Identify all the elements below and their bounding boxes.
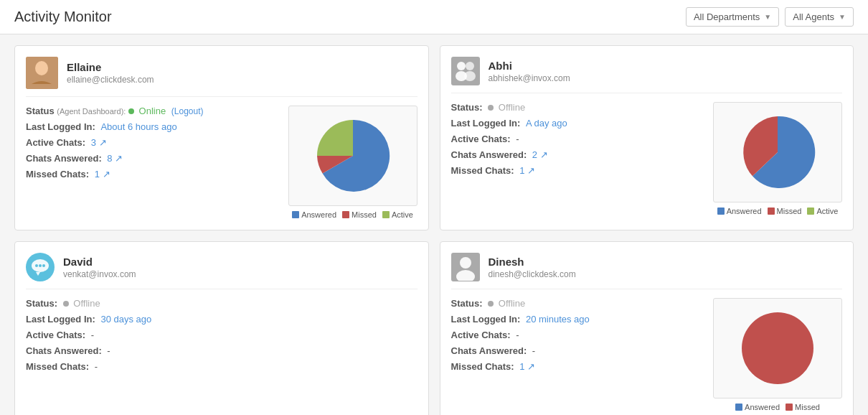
departments-label: All Departments bbox=[694, 11, 760, 22]
last-logged-label-abhi: Last Logged In: bbox=[451, 118, 521, 129]
legend-dot-answered-dinesh bbox=[735, 404, 742, 411]
missed-chats-row-david: Missed Chats: - bbox=[26, 361, 418, 372]
legend-answered-label-dinesh: Answered bbox=[745, 403, 780, 411]
agent-body-dinesh: Status: Offline Last Logged In: 20 minut… bbox=[451, 298, 843, 411]
legend-dot-answered bbox=[292, 211, 299, 218]
chats-answered-row-dinesh: Chats Answered: - bbox=[451, 345, 707, 356]
missed-chats-row-ellaine: Missed Chats: 1 ↗ bbox=[26, 169, 281, 179]
active-chats-value-dinesh: - bbox=[516, 330, 519, 340]
chart-area-ellaine: Answered Missed Active bbox=[288, 106, 418, 219]
chart-box-abhi bbox=[713, 102, 842, 202]
missed-chats-label-abhi: Missed Chats: bbox=[451, 165, 514, 176]
agent-header-abhi: Abhi abhishek@invox.com bbox=[451, 57, 843, 93]
active-chats-label-dinesh: Active Chats: bbox=[451, 330, 511, 340]
legend-dot-answered-abhi bbox=[717, 208, 725, 215]
active-chats-value-ellaine[interactable]: 3 ↗ bbox=[91, 137, 107, 148]
status-row-dinesh: Status: Offline bbox=[451, 298, 707, 309]
logout-link-ellaine[interactable]: (Logout) bbox=[171, 106, 204, 116]
last-logged-row-dinesh: Last Logged In: 20 minutes ago bbox=[451, 314, 707, 325]
svg-point-13 bbox=[456, 270, 475, 281]
svg-point-6 bbox=[464, 71, 476, 81]
chart-legend-ellaine: Answered Missed Active bbox=[288, 210, 418, 219]
missed-chats-label-david: Missed Chats: bbox=[26, 361, 89, 372]
legend-answered-ellaine: Answered bbox=[292, 210, 336, 219]
active-chats-label-ellaine: Active Chats: bbox=[26, 137, 85, 148]
agent-info-abhi: Abhi abhishek@invox.com bbox=[489, 60, 570, 83]
agents-dropdown[interactable]: All Agents ▼ bbox=[785, 7, 854, 27]
agent-email-abhi: abhishek@invox.com bbox=[489, 73, 570, 83]
legend-dot-missed bbox=[342, 211, 349, 218]
agent-stats-ellaine: Status (Agent Dashboard): Online (Logout… bbox=[26, 106, 281, 219]
chats-answered-label-dinesh: Chats Answered: bbox=[451, 345, 527, 356]
chart-legend-dinesh: Answered Missed bbox=[713, 403, 842, 411]
status-label-abhi: Status: bbox=[451, 102, 483, 113]
agent-stats-dinesh: Status: Offline Last Logged In: 20 minut… bbox=[451, 298, 707, 411]
chart-area-abhi: Answered Missed Active bbox=[713, 102, 842, 215]
agents-arrow-icon: ▼ bbox=[839, 13, 846, 21]
missed-chats-row-dinesh: Missed Chats: 1 ↗ bbox=[451, 361, 707, 372]
active-chats-row-david: Active Chats: - bbox=[26, 330, 418, 340]
agent-card-abhi: Abhi abhishek@invox.com Status: Offline … bbox=[440, 45, 854, 230]
chats-answered-label-abhi: Chats Answered: bbox=[451, 149, 527, 160]
missed-chats-value-dinesh[interactable]: 1 ↗ bbox=[519, 361, 535, 372]
active-chats-value-abhi: - bbox=[516, 134, 519, 144]
last-logged-value-ellaine: About 6 hours ago bbox=[100, 121, 176, 132]
legend-dot-active bbox=[382, 211, 390, 218]
chats-answered-value-dinesh: - bbox=[532, 345, 535, 356]
status-row-david: Status: Offline bbox=[26, 298, 418, 309]
svg-point-3 bbox=[457, 62, 466, 70]
missed-chats-value-david: - bbox=[95, 361, 98, 372]
chats-answered-row-ellaine: Chats Answered: 8 ↗ bbox=[26, 153, 281, 164]
agent-email-david: venkat@invox.com bbox=[63, 269, 136, 279]
avatar-ellaine bbox=[26, 57, 58, 89]
agent-header-dinesh: Dinesh dinesh@clickdesk.com bbox=[451, 253, 843, 289]
active-chats-row-ellaine: Active Chats: 3 ↗ bbox=[26, 137, 281, 148]
agent-info-ellaine: Ellaine ellaine@clickdesk.com bbox=[67, 61, 154, 85]
status-value-david: Offline bbox=[73, 298, 100, 309]
last-logged-value-david: 30 days ago bbox=[100, 314, 151, 325]
agent-name-abhi: Abhi bbox=[489, 60, 570, 72]
legend-missed-dinesh: Missed bbox=[786, 403, 820, 411]
status-row-abhi: Status: Offline bbox=[451, 102, 707, 113]
missed-chats-value-abhi[interactable]: 1 ↗ bbox=[519, 165, 535, 176]
agents-label: All Agents bbox=[793, 11, 834, 22]
agent-name-ellaine: Ellaine bbox=[67, 61, 154, 73]
agent-grid: Ellaine ellaine@clickdesk.com Status (Ag… bbox=[0, 34, 868, 415]
status-dot-abhi bbox=[488, 105, 494, 111]
agent-info-dinesh: Dinesh dinesh@clickdesk.com bbox=[489, 256, 576, 279]
legend-dot-missed-dinesh bbox=[786, 404, 793, 411]
agent-email-dinesh: dinesh@clickdesk.com bbox=[489, 269, 576, 279]
svg-point-14 bbox=[742, 312, 813, 384]
chats-answered-value-abhi[interactable]: 2 ↗ bbox=[532, 149, 548, 160]
status-value-abhi: Offline bbox=[499, 102, 525, 113]
legend-answered-dinesh: Answered bbox=[735, 403, 780, 411]
status-value-dinesh: Offline bbox=[499, 298, 525, 309]
agent-name-dinesh: Dinesh bbox=[489, 256, 576, 268]
legend-dot-missed-abhi bbox=[768, 208, 775, 215]
active-chats-row-abhi: Active Chats: - bbox=[451, 134, 707, 144]
chats-answered-label-ellaine: Chats Answered: bbox=[26, 153, 102, 164]
legend-active-label-abhi: Active bbox=[816, 207, 838, 215]
legend-missed-abhi: Missed bbox=[768, 207, 802, 215]
avatar-abhi bbox=[451, 57, 480, 85]
missed-chats-value-ellaine[interactable]: 1 ↗ bbox=[95, 169, 110, 179]
agent-body-abhi: Status: Offline Last Logged In: A day ag… bbox=[451, 102, 843, 215]
departments-dropdown[interactable]: All Departments ▼ bbox=[686, 7, 779, 27]
avatar-dinesh bbox=[451, 253, 480, 281]
svg-marker-8 bbox=[36, 272, 40, 276]
page-title: Activity Monitor bbox=[14, 9, 112, 25]
agent-header-david: David venkat@invox.com bbox=[26, 253, 418, 289]
active-chats-label-david: Active Chats: bbox=[26, 330, 85, 340]
status-dot-david bbox=[63, 301, 69, 307]
last-logged-row-david: Last Logged In: 30 days ago bbox=[26, 314, 418, 325]
legend-active-label: Active bbox=[392, 210, 413, 219]
top-controls: All Departments ▼ All Agents ▼ bbox=[686, 7, 854, 27]
active-chats-row-dinesh: Active Chats: - bbox=[451, 330, 707, 340]
chart-legend-abhi: Answered Missed Active bbox=[713, 207, 842, 215]
status-row-ellaine: Status (Agent Dashboard): Online (Logout… bbox=[26, 106, 281, 116]
agent-card-david: David venkat@invox.com Status: Offline L… bbox=[14, 241, 429, 415]
svg-point-10 bbox=[39, 264, 42, 267]
status-value-ellaine: Online bbox=[139, 106, 166, 116]
agent-card-ellaine: Ellaine ellaine@clickdesk.com Status (Ag… bbox=[14, 45, 429, 230]
chats-answered-value-ellaine[interactable]: 8 ↗ bbox=[107, 153, 123, 164]
